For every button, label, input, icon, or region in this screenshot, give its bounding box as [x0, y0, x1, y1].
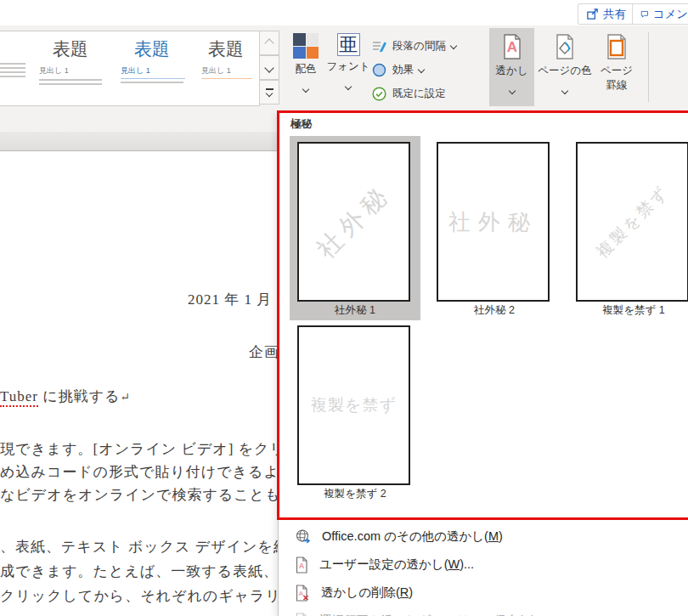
- style-set-card-partial[interactable]: [0, 32, 27, 103]
- paragraph-spacing-button[interactable]: 段落の間隔: [371, 36, 456, 56]
- watermark-option-label: 複製を禁ず 1: [568, 303, 688, 318]
- document-body-line: 、表紙、テキスト ボックス デザインを組: [0, 537, 289, 557]
- set-as-default-label: 既定に設定: [392, 87, 446, 101]
- page-color-icon: [552, 33, 578, 60]
- menu-item-more-watermarks-office[interactable]: Office.com のその他の透かし(M): [279, 523, 688, 551]
- watermark-preview-text: 複製を禁ず: [591, 181, 674, 263]
- custom-watermark-page-icon: A: [295, 557, 308, 574]
- gallery-scroll-up-button[interactable]: [259, 31, 279, 55]
- page-borders-icon: [606, 33, 628, 60]
- style-set-card-3[interactable]: 表題 見出し 1: [195, 32, 257, 103]
- menu-item-label: 透かしの削除(R): [321, 585, 413, 601]
- gallery-more-button[interactable]: [259, 80, 279, 105]
- menu-item-label: 選択範囲を透かしギャラリーに保存(S): [319, 613, 535, 616]
- style-card-heading: 見出し 1: [121, 65, 185, 79]
- watermark-option-fukusei-1[interactable]: 複製を禁ず 複製を禁ず 1: [568, 136, 688, 320]
- set-default-check-icon: [371, 86, 387, 102]
- style-sample-lines: [0, 63, 27, 77]
- document-heading-jp: に挑戦する: [38, 388, 120, 404]
- theme-colors-icon: [293, 33, 319, 59]
- page-icon-letter: A: [299, 561, 305, 569]
- theme-fonts-label: フォント: [326, 59, 369, 74]
- watermark-option-shagaihi-2[interactable]: 社外秘 社外秘 2: [429, 136, 560, 320]
- watermark-option-label: 社外秘 1: [290, 303, 420, 318]
- comment-icon: [640, 8, 649, 20]
- watermark-option-label: 複製を禁ず 2: [290, 487, 420, 501]
- watermark-preview-text: 社外秘: [448, 207, 538, 237]
- style-sample-lines: [114, 82, 190, 83]
- style-sample-lines: [32, 79, 109, 85]
- remove-watermark-icon: A: [295, 585, 310, 602]
- share-icon: [586, 8, 599, 20]
- page-color-button[interactable]: ページの色: [538, 28, 592, 106]
- watermark-button[interactable]: A 透かし: [489, 28, 534, 106]
- style-card-title: 表題: [32, 39, 109, 59]
- page-borders-button[interactable]: ページ 罫線: [595, 28, 639, 106]
- effects-button[interactable]: 効果: [371, 59, 424, 80]
- watermark-option-label: 社外秘 2: [429, 303, 560, 318]
- effects-icon: [371, 62, 387, 78]
- watermark-preview-text: 社外秘: [309, 178, 398, 267]
- watermark-preview-text: 複製を禁ず: [311, 394, 397, 416]
- watermark-label: 透かし: [495, 64, 527, 78]
- paragraph-spacing-icon: [371, 38, 387, 54]
- document-body-line: クリックしてから、それぞれのギャラリー: [0, 586, 296, 606]
- word-design-tab-screen: 共有 コメント 表題 見出し 1 表題 見出し 1 表題 見出し: [0, 0, 688, 616]
- theme-fonts-button[interactable]: 亜 フォント: [326, 28, 370, 106]
- paragraph-mark: ↵: [120, 391, 131, 404]
- menu-item-remove-watermark[interactable]: A 透かしの削除(R): [279, 579, 688, 607]
- watermark-preview-page: 社外秘: [437, 142, 550, 302]
- chevron-down-icon: [418, 66, 425, 73]
- chevron-up-icon: [264, 38, 274, 48]
- menu-item-custom-watermark[interactable]: A ユーザー設定の透かし(W)...: [279, 551, 688, 579]
- menu-item-save-selection-to-gallery[interactable]: 選択範囲を透かしギャラリーに保存(S): [279, 607, 688, 616]
- theme-fonts-icon: 亜: [337, 33, 360, 56]
- share-button[interactable]: 共有: [578, 3, 634, 25]
- watermark-icon-letter: A: [506, 39, 516, 55]
- set-as-default-button[interactable]: 既定に設定: [371, 83, 446, 104]
- document-body-line: め込みコードの形式で貼り付けできるよう: [0, 462, 295, 482]
- chevron-down-icon: [561, 88, 568, 94]
- style-card-heading: 見出し 1: [201, 65, 252, 79]
- page-borders-label-line2: 罫線: [606, 78, 628, 93]
- page-color-label: ページの色: [538, 64, 591, 78]
- document-body-line: なビデオをオンラインで検索することもで: [0, 485, 296, 505]
- page-borders-label-line1: ページ: [601, 64, 633, 78]
- watermark-preview-page: 複製を禁ず: [297, 325, 410, 485]
- document-heading-text: Tuber に挑戦する↵: [0, 387, 131, 406]
- chevron-down-icon: [302, 86, 309, 93]
- document-plan-text: 企画: [249, 342, 279, 362]
- share-label: 共有: [603, 7, 626, 22]
- watermark-preview-page: 複製を禁ず: [576, 142, 688, 302]
- comments-label: コメント: [653, 7, 688, 22]
- comments-button[interactable]: コメント: [632, 3, 688, 25]
- ribbon-group-separator: [648, 32, 649, 102]
- paragraph-spacing-label: 段落の間隔: [392, 39, 446, 54]
- style-card-title: 表題: [195, 39, 257, 59]
- document-date-text: 2021 年 1 月 2: [188, 290, 285, 309]
- chevron-down-icon: [345, 83, 352, 90]
- style-set-card-2[interactable]: 表題 見出し 1: [114, 32, 190, 103]
- gallery-more-icon: [266, 88, 274, 96]
- theme-colors-label: 配色: [296, 62, 317, 76]
- document-body-line: 成できます。たとえば、一致する表紙、ヘ: [0, 562, 294, 581]
- menu-item-label: Office.com のその他の透かし(M): [322, 528, 503, 545]
- watermark-option-fukusei-2[interactable]: 複製を禁ず 複製を禁ず 2: [290, 319, 420, 504]
- watermark-option-shagaihi-1[interactable]: 社外秘 社外秘 1: [290, 136, 420, 320]
- chevron-down-icon: [450, 42, 457, 49]
- chevron-down-icon: [264, 63, 274, 72]
- watermark-preview-page: 社外秘: [297, 142, 410, 302]
- watermark-icon: A: [501, 33, 523, 60]
- document-body-line: 現できます。[オンライン ビデオ] をクリッ: [0, 439, 301, 459]
- watermark-dropdown-menu: 極秘 社外秘 社外秘 1 社外秘 社外秘 2 複製を禁ず 複製を禁ず 1 複製を…: [278, 111, 688, 616]
- chevron-down-icon: [508, 88, 515, 94]
- effects-label: 効果: [392, 63, 414, 77]
- theme-colors-button[interactable]: 配色: [285, 28, 326, 106]
- style-set-card-1[interactable]: 表題 見出し 1: [32, 32, 109, 103]
- spellcheck-underlined-word: Tuber: [0, 388, 38, 407]
- globe-download-icon: [295, 528, 311, 545]
- menu-item-label: ユーザー設定の透かし(W)...: [319, 557, 474, 573]
- save-watermark-page-icon: [295, 613, 308, 616]
- watermark-section-title: 極秘: [290, 117, 312, 132]
- gallery-scroll-down-button[interactable]: [259, 55, 279, 80]
